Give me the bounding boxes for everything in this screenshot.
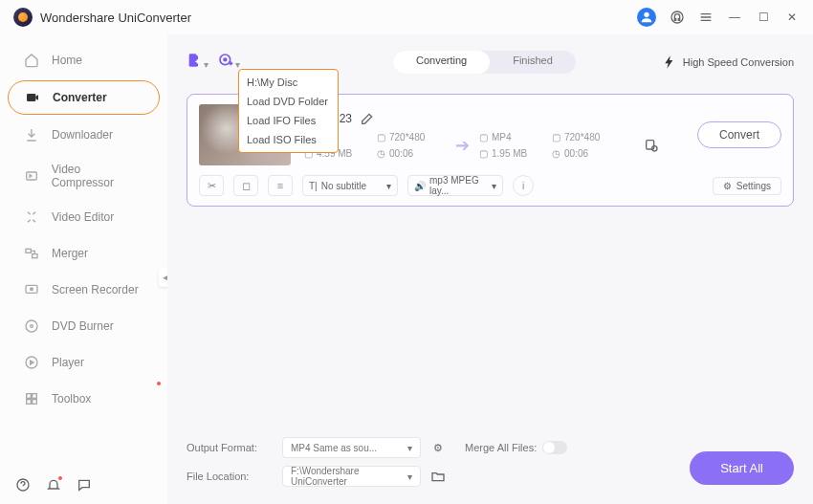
- app-logo: [13, 8, 33, 27]
- tab-finished[interactable]: Finished: [490, 51, 576, 74]
- sidebar-item-home[interactable]: Home: [8, 44, 160, 77]
- disc-dropdown: H:\My Disc Load DVD Folder Load IFO File…: [238, 69, 339, 153]
- minimize-button[interactable]: —: [727, 10, 742, 25]
- info-button[interactable]: i: [513, 175, 534, 196]
- bell-icon[interactable]: [46, 477, 61, 493]
- download-icon: [23, 126, 40, 143]
- sidebar-item-label: Downloader: [52, 128, 113, 142]
- sidebar-item-recorder[interactable]: Screen Recorder: [8, 274, 160, 306]
- add-disc-button[interactable]: ▾: [218, 53, 240, 73]
- sidebar: Home Converter Downloader Video Compress…: [0, 34, 167, 504]
- res-icon: ▢: [377, 132, 385, 142]
- format-settings-icon[interactable]: ⚙: [430, 440, 446, 455]
- svg-rect-12: [33, 394, 37, 399]
- home-icon: [23, 52, 40, 69]
- clock-icon: ◷: [552, 148, 560, 159]
- app-title: Wondershare UniConverter: [40, 11, 191, 25]
- svg-point-8: [26, 320, 37, 332]
- clock-icon: ◷: [377, 148, 385, 159]
- maximize-button[interactable]: ☐: [756, 10, 771, 25]
- svg-point-17: [224, 58, 227, 61]
- recorder-icon: [23, 281, 40, 298]
- output-format-select[interactable]: MP4 Same as sou...▾: [282, 437, 421, 458]
- svg-rect-4: [26, 249, 31, 252]
- output-settings-icon[interactable]: [644, 138, 659, 153]
- add-file-button[interactable]: ▾: [187, 53, 209, 73]
- editor-icon: [23, 208, 40, 226]
- svg-rect-14: [33, 400, 37, 405]
- svg-rect-2: [27, 94, 35, 101]
- compress-icon: [23, 167, 40, 185]
- convert-button[interactable]: Convert: [697, 121, 781, 148]
- trim-button[interactable]: ✂: [199, 175, 224, 196]
- menu-icon[interactable]: [698, 10, 714, 25]
- sidebar-item-label: Player: [52, 356, 84, 369]
- svg-point-7: [31, 288, 33, 291]
- svg-point-0: [644, 12, 648, 17]
- player-icon: [23, 354, 40, 371]
- converter-icon: [24, 89, 41, 106]
- sidebar-item-label: Merger: [52, 247, 88, 260]
- crop-button[interactable]: ◻: [233, 175, 258, 196]
- dvd-icon: [23, 318, 40, 335]
- sidebar-item-label: Converter: [53, 91, 107, 104]
- sidebar-item-player[interactable]: Player: [8, 346, 160, 379]
- merge-label: Merge All Files:: [465, 442, 537, 453]
- sidebar-item-label: Home: [52, 54, 82, 67]
- file-location-label: File Location:: [187, 471, 273, 482]
- open-folder-icon[interactable]: [430, 469, 446, 484]
- dropdown-item[interactable]: Load IFO Files: [239, 111, 338, 130]
- edit-name-icon[interactable]: [360, 111, 375, 126]
- subtitle-select[interactable]: T|No subtitle▾: [302, 175, 398, 196]
- sidebar-item-label: Video Compressor: [52, 163, 144, 189]
- folder-icon: ▢: [479, 132, 488, 142]
- dropdown-item[interactable]: H:\My Disc: [239, 73, 338, 92]
- sidebar-item-merger[interactable]: Merger: [8, 237, 160, 270]
- dropdown-item[interactable]: Load ISO Files: [239, 130, 338, 149]
- help-icon[interactable]: [15, 477, 31, 493]
- folder-icon: ▢: [479, 148, 488, 159]
- sidebar-item-converter[interactable]: Converter: [8, 80, 160, 115]
- svg-point-9: [31, 325, 33, 328]
- merger-icon: [23, 245, 40, 262]
- svg-point-1: [671, 11, 683, 23]
- sidebar-item-label: Video Editor: [52, 210, 114, 224]
- arrow-icon: ➔: [455, 135, 470, 156]
- user-avatar[interactable]: [637, 8, 656, 27]
- audio-select[interactable]: 🔊mp3 MPEG lay...▾: [407, 175, 503, 196]
- support-icon[interactable]: [670, 10, 685, 25]
- high-speed-toggle[interactable]: High Speed Conversion: [662, 55, 794, 70]
- output-format-label: Output Format:: [187, 442, 273, 453]
- gear-icon: ⚙: [723, 181, 732, 191]
- svg-rect-13: [27, 400, 32, 405]
- sidebar-item-dvd[interactable]: DVD Burner: [8, 310, 160, 342]
- sidebar-item-toolbox[interactable]: Toolbox: [8, 383, 160, 415]
- effect-button[interactable]: ≡: [268, 175, 293, 196]
- sidebar-item-editor[interactable]: Video Editor: [8, 201, 160, 233]
- sidebar-item-downloader[interactable]: Downloader: [8, 119, 160, 151]
- merge-toggle[interactable]: [542, 441, 567, 454]
- sidebar-item-compressor[interactable]: Video Compressor: [8, 155, 160, 197]
- dropdown-item[interactable]: Load DVD Folder: [239, 92, 338, 111]
- feedback-icon[interactable]: [77, 477, 92, 493]
- start-all-button[interactable]: Start All: [690, 451, 794, 485]
- res-icon: ▢: [552, 132, 560, 142]
- sidebar-item-label: Toolbox: [52, 392, 91, 405]
- sidebar-item-label: DVD Burner: [52, 319, 114, 333]
- svg-rect-11: [27, 394, 32, 399]
- svg-rect-5: [33, 254, 37, 258]
- sidebar-item-label: Screen Recorder: [52, 283, 139, 296]
- toolbox-icon: [23, 390, 40, 407]
- tab-converting[interactable]: Converting: [393, 51, 490, 74]
- file-location-select[interactable]: F:\Wondershare UniConverter▾: [282, 466, 421, 487]
- settings-button[interactable]: ⚙Settings: [713, 177, 781, 195]
- close-button[interactable]: ✕: [784, 10, 800, 25]
